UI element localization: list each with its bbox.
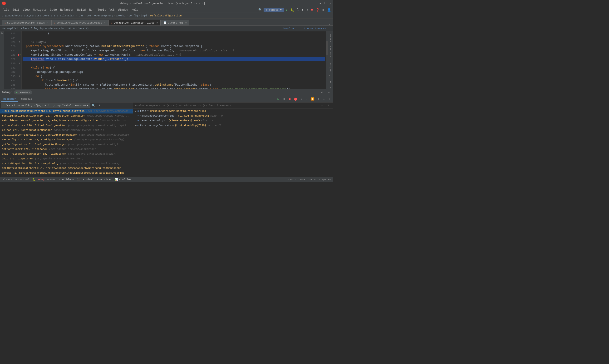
maven-panel-label[interactable]: Maven	[329, 32, 333, 44]
toolbar-search-everywhere[interactable]: 🔍	[257, 8, 263, 12]
menu-view[interactable]: View	[21, 8, 31, 12]
breadcrumb-com[interactable]: com	[87, 14, 91, 17]
close-button[interactable]: ✕	[329, 1, 331, 5]
menu-vcs[interactable]: VCS	[108, 8, 116, 12]
tab-default-action-invocation[interactable]: ☕ DefaultActionInvocation.class ✕	[52, 20, 108, 26]
todo-status[interactable]: ☑ TODO	[47, 178, 56, 181]
frame-item-0[interactable]: ↩ buildRuntimeConfiguration:404, Default…	[0, 109, 133, 114]
menu-file[interactable]: File	[1, 8, 11, 12]
services-status[interactable]: ⚙ Services	[97, 178, 112, 181]
editor-scrollbar[interactable]	[326, 31, 328, 89]
terminal-status[interactable]: ⬛ Terminal	[77, 178, 94, 181]
toolbar-step-into[interactable]: ⬇	[300, 8, 305, 12]
breadcrumb-opensymphony[interactable]: opensymphony	[94, 14, 113, 17]
step-into-btn[interactable]: ⬇	[305, 97, 309, 102]
tab-close-1[interactable]: ✕	[47, 21, 48, 24]
mute-btn[interactable]: ⬤	[293, 97, 298, 102]
menu-build[interactable]: Build	[76, 8, 87, 12]
breakpoint-indicator[interactable]: ●	[18, 53, 20, 57]
var-item-packageContexts[interactable]: ▶ ∞ this.packageContexts = {LinkedHashMa…	[133, 123, 333, 128]
debug-session-selector[interactable]: ▶ remote ✕	[14, 91, 32, 94]
frame-item-9[interactable]: init_PreloadConfiguration:537, Dispatche…	[0, 152, 133, 156]
indent[interactable]: 4 spaces	[319, 178, 331, 181]
var-item-namespaceActionConfigs[interactable]: — ≡ namespaceActionConfigs = {LinkedHash…	[133, 114, 333, 118]
pause-btn[interactable]: ⏸	[282, 97, 286, 102]
var-item-this[interactable]: ▶ ≡ this = {PluginAwareXWorkConfiguratio…	[133, 109, 333, 114]
toolbar-stop[interactable]: ■	[310, 8, 314, 12]
resume-btn[interactable]: ▶	[276, 97, 281, 102]
step-over-btn[interactable]: ⤵	[299, 97, 304, 102]
toolbar-remote-config[interactable]: ⚙ remote ▼	[264, 8, 284, 12]
evaluate-btn[interactable]: ⚡	[327, 97, 332, 102]
tab-default-configuration[interactable]: ☕ DefaultConfiguration.class ✕	[108, 20, 161, 26]
frame-item-5[interactable]: initialiseConfiguration:84, Configuratio…	[0, 132, 133, 137]
notifications-panel-label[interactable]: Notifications	[329, 60, 333, 85]
breadcrumb-impl[interactable]: impl	[141, 14, 147, 17]
frame-item-3[interactable]: reloadContainer:296, DefaultConfiguratio…	[0, 123, 133, 128]
toolbar-debug[interactable]: 🐛	[289, 8, 296, 12]
project-icon[interactable]: P	[1, 32, 3, 34]
frame-item-4[interactable]: reload:227, ConfigurationManager (com.op…	[0, 128, 133, 132]
frame-item-6[interactable]: wasConfigInitialised:72, ConfigurationMa…	[0, 137, 133, 142]
toolbar-run[interactable]: ▶	[285, 8, 289, 12]
problems-status[interactable]: ⚠ Problems	[59, 178, 74, 181]
frame-item-11[interactable]: strutsDispatcher:28, StrutsAppConfig (co…	[0, 161, 133, 166]
tab-close-3[interactable]: ✕	[156, 21, 158, 24]
debug-status[interactable]: 🐛 Debug	[32, 178, 44, 181]
breadcrumb-jar[interactable]: org.apache.struts_struts2-core-6.3.0-atl…	[2, 14, 83, 17]
profiler-status[interactable]: 📊 Profiler	[115, 178, 131, 181]
stop-btn[interactable]: ■	[287, 97, 292, 102]
cursor-position[interactable]: 328:1	[288, 178, 296, 181]
choose-sources-link[interactable]: Choose Sources...	[304, 27, 331, 30]
minimize-button[interactable]: –	[320, 1, 321, 5]
menu-code[interactable]: Code	[49, 8, 58, 12]
tab-debugger[interactable]: Debugger	[1, 97, 18, 102]
debug-session-close[interactable]: ✕	[29, 91, 30, 94]
frame-item-8[interactable]: getContainer:1079, Dispatcher (org.apach…	[0, 147, 133, 152]
line-ending[interactable]: CRLF	[299, 178, 305, 181]
eval-expand-btn[interactable]: ⬇	[326, 103, 331, 108]
menu-tools[interactable]: Tools	[96, 8, 107, 12]
download-link[interactable]: Download...	[283, 27, 300, 30]
thread-selector[interactable]: ✓ "Catalina-utility-1"@2,518 in group "m…	[1, 103, 91, 108]
frame-item-13[interactable]: invoke:-1, StrutsAppConfig$$EnhancerBySp…	[0, 170, 133, 175]
var-expand-this[interactable]: ▶	[135, 110, 137, 113]
var-item-namespaceConfigs[interactable]: — ≡ namespaceConfigs = {LinkedHashMap@78…	[133, 118, 333, 123]
step-out-btn[interactable]: ⬆	[316, 97, 321, 102]
toolbar-user[interactable]: 👤	[326, 8, 332, 12]
toolbar-step-over[interactable]: ⤵	[296, 8, 300, 12]
menu-window[interactable]: Window	[117, 8, 130, 12]
run-to-cursor-btn[interactable]: ↗	[322, 97, 326, 102]
code-lines[interactable]: } no usages protected synchronized Runti…	[22, 31, 326, 89]
editor-settings-btn[interactable]: ⋮	[327, 21, 332, 26]
menu-help[interactable]: Help	[130, 8, 140, 12]
tab-close-4[interactable]: ✕	[185, 21, 187, 24]
tab-struts-xml[interactable]: 📄 struts.xml ✕	[161, 20, 189, 26]
debug-minimize-btn[interactable]: −	[326, 90, 331, 95]
bookmarks-panel-label[interactable]: Bookmarks	[329, 85, 333, 89]
database-panel-label[interactable]: Database	[329, 44, 333, 60]
var-expand-pc[interactable]: ▶	[135, 124, 137, 127]
toolbar-help-search[interactable]: ❓	[314, 8, 321, 12]
menu-refactor[interactable]: Refactor	[59, 8, 75, 12]
breadcrumb-config[interactable]: config	[129, 14, 138, 17]
frames-down-btn[interactable]: ⬇	[97, 103, 102, 108]
toolbar-settings[interactable]: ⚙	[321, 8, 325, 12]
frame-item-7[interactable]: getConfiguration:61, ConfigurationManage…	[0, 142, 133, 147]
frame-item-1[interactable]: rebuildRuntimeConfiguration:227, Default…	[0, 114, 133, 118]
encoding[interactable]: UTF-8	[308, 178, 316, 181]
frame-item-12[interactable]: CGLIBstrutsDispatcher$1:-1, StrutsAppCon…	[0, 166, 133, 170]
force-step-into-btn[interactable]: ⏬	[310, 97, 315, 102]
tab-console[interactable]: Console	[19, 97, 35, 102]
frames-filter-btn[interactable]: 🔍	[91, 103, 96, 108]
frame-item-10[interactable]: init:571, Dispatcher (org.apache.struts2…	[0, 156, 133, 161]
tab-close-2[interactable]: ✕	[104, 21, 105, 24]
breadcrumb-class[interactable]: DefaultConfiguration	[150, 14, 182, 17]
toolbar-step-out[interactable]: ⬆	[305, 8, 310, 12]
debug-settings-btn[interactable]: ⚙	[320, 90, 324, 95]
menu-run[interactable]: Run	[88, 8, 96, 12]
menu-navigate[interactable]: Navigate	[31, 8, 48, 12]
menu-edit[interactable]: Edit	[11, 8, 21, 12]
add-watch-btn[interactable]: +	[320, 103, 324, 108]
tab-setup-restore[interactable]: ☕ SetupRestoreAction.class ✕	[2, 20, 51, 26]
